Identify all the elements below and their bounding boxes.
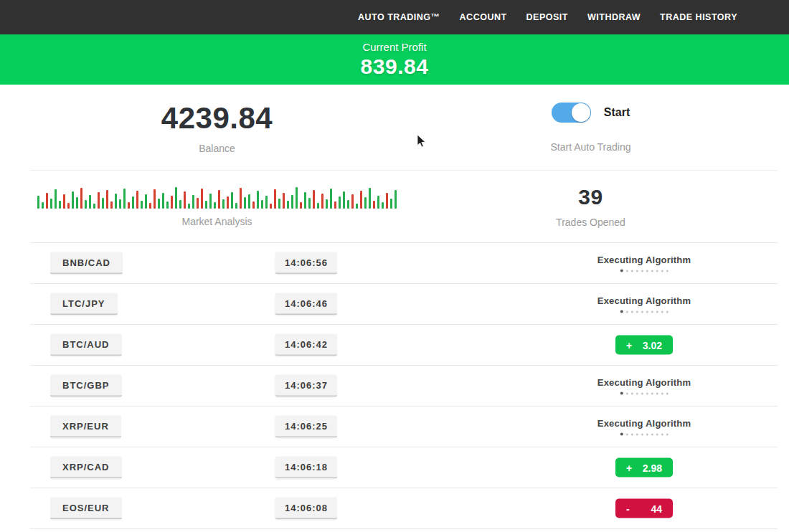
auto-trading-block: Start Start Auto Trading — [404, 85, 778, 170]
top-nav: AUTO TRADING™ ACCOUNT DEPOSIT WITHDRAW T… — [0, 0, 789, 34]
progress-dot — [641, 310, 643, 313]
progress-dot — [666, 392, 668, 394]
chart-bar — [166, 201, 169, 209]
chart-bar — [257, 191, 259, 209]
loss-badge: - 44 — [615, 499, 673, 518]
pair-chip[interactable]: XRP/CAD — [50, 457, 122, 479]
chart-bar — [201, 189, 203, 209]
chart-bar — [184, 191, 186, 209]
progress-dot — [661, 392, 663, 394]
progress-dot — [661, 433, 663, 435]
chart-bar — [265, 196, 268, 209]
chart-bar — [59, 201, 61, 209]
chart-bar — [106, 190, 108, 209]
pair-chip[interactable]: BTC/GBP — [50, 375, 122, 397]
trade-row: XRP/EUR 14:06:25 Executing Algorithm — [30, 407, 778, 447]
executing-label: Executing Algorithm — [597, 418, 691, 429]
market-analysis-label: Market Analysis — [181, 216, 252, 227]
chart-bar — [192, 195, 194, 209]
profit-value: 839.84 — [361, 54, 429, 79]
progress-dots — [597, 392, 691, 395]
progress-dot — [666, 433, 668, 435]
profit-banner: Current Profit 839.84 — [0, 34, 789, 85]
executing-label: Executing Algorithm — [597, 295, 691, 306]
badge-value: 3.02 — [643, 339, 662, 351]
progress-dot — [651, 270, 653, 272]
pair-chip[interactable]: LTC/JPY — [50, 293, 118, 315]
balance-block: 4239.84 Balance — [30, 85, 404, 170]
progress-dot — [666, 310, 668, 313]
progress-dot — [631, 433, 633, 435]
nav-withdraw[interactable]: WITHDRAW — [587, 12, 641, 22]
chart-bar — [158, 199, 160, 209]
chart-bar — [291, 195, 293, 209]
progress-dot — [646, 433, 648, 435]
progress-dot — [646, 270, 648, 272]
nav-auto-trading[interactable]: AUTO TRADING™ — [358, 12, 440, 22]
progress-dots — [597, 433, 691, 436]
status-result: - 44 — [615, 499, 673, 518]
trade-row: BNB/CAD 14:06:56 Executing Algorithm — [30, 243, 778, 284]
chart-bar — [72, 191, 74, 209]
chart-bar — [80, 188, 82, 209]
chart-bar — [330, 189, 332, 209]
market-analysis-block: Market Analysis — [30, 171, 404, 242]
stats-row-1: 4239.84 Balance Start Start Auto Trading — [30, 85, 778, 170]
chart-bar — [119, 199, 121, 209]
progress-dot — [626, 270, 628, 272]
pair-chip[interactable]: BTC/AUD — [50, 334, 122, 356]
progress-dot — [620, 270, 623, 272]
chart-bar — [179, 200, 181, 209]
time-chip: 14:06:37 — [275, 375, 337, 397]
progress-dot — [656, 433, 658, 435]
chart-bar — [98, 192, 100, 209]
nav-account[interactable]: ACCOUNT — [460, 12, 507, 22]
start-toggle[interactable] — [552, 103, 591, 123]
chart-bar — [394, 190, 397, 209]
chart-bar — [93, 204, 95, 209]
chart-bar — [326, 199, 328, 209]
chart-bar — [145, 194, 147, 209]
trades-list: BNB/CAD 14:06:56 Executing Algorithm LTC… — [30, 242, 778, 529]
pair-chip[interactable]: XRP/EUR — [50, 416, 121, 438]
chart-bar — [50, 199, 52, 209]
market-analysis-chart — [37, 186, 397, 209]
trades-opened-label: Trades Opened — [556, 217, 625, 228]
chart-bar — [209, 194, 212, 209]
chart-bar — [390, 199, 392, 209]
pair-chip[interactable]: EOS/EUR — [50, 498, 122, 520]
chart-bar — [89, 195, 91, 209]
progress-dot — [636, 392, 638, 394]
chart-bar — [46, 193, 48, 209]
chart-bar — [343, 191, 345, 209]
status-result: + 3.02 — [615, 336, 673, 355]
chart-bar — [308, 198, 311, 209]
progress-dot — [656, 270, 658, 272]
profit-badge: + 3.02 — [615, 336, 673, 355]
time-chip: 14:06:42 — [275, 334, 337, 356]
progress-dot — [651, 433, 653, 435]
progress-dot — [626, 310, 628, 313]
chart-bar — [304, 192, 306, 209]
progress-dots — [597, 270, 691, 272]
nav-deposit[interactable]: DEPOSIT — [526, 12, 568, 22]
badge-sign: + — [626, 462, 632, 473]
progress-dots — [597, 310, 691, 313]
progress-dot — [651, 310, 653, 313]
chart-bar — [37, 196, 39, 209]
chart-bar — [63, 194, 65, 209]
progress-dot — [641, 433, 643, 435]
chart-bar — [132, 196, 134, 209]
progress-dot — [646, 392, 648, 394]
nav-trade-history[interactable]: TRADE HISTORY — [660, 12, 737, 22]
progress-dot — [620, 433, 623, 436]
chart-bar — [373, 201, 375, 209]
pair-chip[interactable]: BNB/CAD — [50, 252, 123, 275]
chart-bar — [235, 203, 237, 209]
balance-label: Balance — [199, 143, 235, 154]
trade-row: BTC/GBP 14:06:37 Executing Algorithm — [30, 366, 778, 407]
trades-opened-block: 39 Trades Opened — [404, 171, 778, 242]
chart-bar — [136, 191, 138, 209]
trade-row: EOS/EUR 14:06:08 - 44 — [30, 488, 778, 529]
badge-value: 2.98 — [643, 462, 662, 473]
